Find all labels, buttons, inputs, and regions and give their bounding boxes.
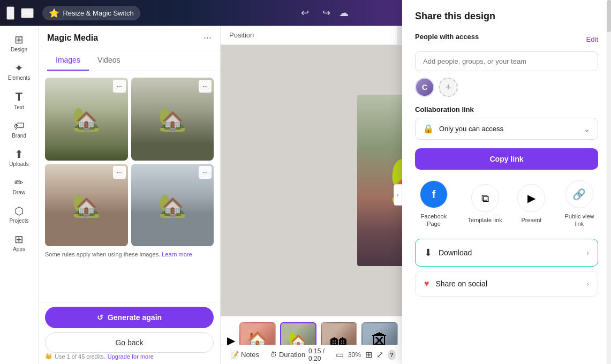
- fullscreen-button[interactable]: ⤢: [376, 350, 383, 360]
- list-item[interactable]: ···: [45, 164, 128, 247]
- projects-icon: ⬡: [14, 206, 24, 216]
- sidebar-brand-label: Brand: [12, 133, 26, 139]
- present-label: Present: [521, 216, 541, 224]
- menu-icon-button[interactable]: ≡: [6, 6, 14, 20]
- position-tab-area: Position: [221, 26, 397, 45]
- public-link-label: Public view link: [561, 213, 598, 228]
- share-icon-public-link[interactable]: 🔗 Public view link: [561, 180, 598, 228]
- image-menu-button[interactable]: ···: [199, 166, 212, 179]
- magic-media-panel: Magic Media ··· Images Videos ··· ··· ··…: [39, 26, 221, 364]
- collab-section-label: Collaboration link: [415, 105, 598, 113]
- goback-button[interactable]: Go back: [45, 332, 214, 353]
- zoom-display: 30%: [348, 351, 361, 359]
- credits-text: Use 1 of 45 credits.: [55, 353, 105, 360]
- panel-tabs: Images Videos: [39, 50, 220, 71]
- edit-access-link[interactable]: Edit: [586, 35, 598, 43]
- help-button[interactable]: ?: [388, 350, 396, 360]
- position-button[interactable]: Position: [229, 31, 254, 39]
- magic-switch-label: Resize & Magic Switch: [63, 9, 133, 17]
- add-person-button[interactable]: +: [439, 78, 458, 97]
- duration-icon: ⏱: [270, 351, 277, 359]
- sidebar-uploads-label: Uploads: [9, 161, 29, 168]
- image-menu-button[interactable]: ···: [113, 80, 126, 93]
- icon-sidebar: ⊞ Design ✦ Elements T Text 🏷 Brand ⬆ Upl…: [0, 26, 39, 364]
- copy-link-button[interactable]: Copy link: [415, 148, 598, 170]
- sidebar-elements-label: Elements: [8, 75, 31, 81]
- apps-icon: ⊞: [14, 234, 24, 245]
- access-text: Only you can access: [439, 125, 578, 133]
- sidebar-apps-label: Apps: [13, 246, 25, 253]
- collapse-panel-button[interactable]: ‹: [394, 184, 402, 206]
- screen-layout-button[interactable]: ▭: [336, 350, 344, 360]
- list-item[interactable]: ···: [131, 78, 214, 161]
- lock-icon: 🔒: [423, 124, 434, 134]
- chevron-down-icon: ⌄: [584, 125, 590, 133]
- list-item[interactable]: ···: [45, 78, 128, 161]
- share-scrollbar[interactable]: [607, 0, 611, 364]
- download-button[interactable]: ⬇ Download ›: [416, 239, 598, 266]
- notes-button[interactable]: 📝 Notes: [227, 348, 262, 361]
- list-item[interactable]: ···: [131, 164, 214, 247]
- magic-star-icon: ⭐: [49, 8, 59, 18]
- sidebar-design-label: Design: [11, 47, 27, 53]
- sidebar-item-projects[interactable]: ⬡ Projects: [2, 201, 36, 229]
- people-search-input[interactable]: [415, 51, 598, 71]
- generate-label: Generate again: [108, 313, 162, 322]
- image-menu-button[interactable]: ···: [113, 166, 126, 179]
- file-menu-button[interactable]: File: [21, 8, 34, 18]
- share-icon-facebook[interactable]: f Facebook Page: [415, 180, 452, 228]
- time-display: 0:15 / 0:20: [308, 347, 331, 362]
- sidebar-item-draw[interactable]: ✏ Draw: [2, 173, 36, 200]
- upgrade-link[interactable]: Upgrade for more: [108, 353, 154, 360]
- bottom-left-tools: 📝 Notes ⏱ Duration: [227, 348, 308, 361]
- magic-switch-button[interactable]: ⭐ Resize & Magic Switch: [42, 6, 140, 20]
- sidebar-draw-label: Draw: [13, 189, 25, 196]
- share-icon-present[interactable]: ▶ Present: [517, 184, 545, 224]
- learn-more-link[interactable]: Learn more: [162, 251, 192, 257]
- duration-button[interactable]: ⏱ Duration: [267, 348, 308, 361]
- text-icon: T: [16, 91, 22, 103]
- facebook-icon: f: [432, 188, 436, 201]
- design-icon: ⊞: [14, 34, 24, 45]
- share-icon-template[interactable]: ⧉ Template link: [468, 184, 502, 224]
- image-grid: ··· ··· ··· ···: [45, 78, 214, 246]
- present-icon: ▶: [527, 192, 535, 204]
- generate-icon: ↺: [97, 313, 103, 322]
- share-on-social-button[interactable]: ♥ Share on social ›: [416, 271, 598, 296]
- panel-footer: ↺ Generate again Go back 👑 Use 1 of 45 c…: [39, 302, 220, 364]
- image-menu-button[interactable]: ···: [199, 80, 212, 93]
- share-social-section: ♥ Share on social ›: [415, 271, 598, 297]
- sidebar-item-apps[interactable]: ⊞ Apps: [2, 230, 36, 257]
- access-dropdown[interactable]: 🔒 Only you can access ⌄: [415, 118, 598, 140]
- social-label: Share on social: [436, 279, 580, 288]
- elements-icon: ✦: [14, 63, 24, 73]
- panel-title: Magic Media: [47, 33, 98, 43]
- uploads-icon: ⬆: [14, 149, 24, 160]
- draw-icon: ✏: [14, 177, 24, 188]
- social-chevron-icon: ›: [586, 279, 589, 288]
- bottom-toolbar: 📝 Notes ⏱ Duration 0:15 / 0:20 ▭ 30% ⊞ ⤢…: [221, 345, 402, 364]
- notes-label: Notes: [241, 351, 259, 359]
- duration-label: Duration: [279, 351, 305, 359]
- sidebar-text-label: Text: [14, 104, 24, 111]
- sidebar-item-elements[interactable]: ✦ Elements: [2, 58, 36, 86]
- crown-icon: 👑: [45, 353, 52, 360]
- bottom-right-tools: 0:15 / 0:20 ▭ 30% ⊞ ⤢ ?: [308, 347, 396, 362]
- template-label: Template link: [468, 216, 502, 224]
- people-section-header: People with access Edit: [415, 33, 598, 46]
- sidebar-item-design[interactable]: ⊞ Design: [2, 30, 36, 57]
- tab-videos[interactable]: Videos: [89, 50, 129, 71]
- panel-header: Magic Media ···: [39, 26, 220, 50]
- grid-view-button[interactable]: ⊞: [365, 350, 372, 360]
- sidebar-item-text[interactable]: T Text: [2, 87, 36, 115]
- facebook-icon-circle: f: [420, 180, 448, 208]
- sidebar-item-brand[interactable]: 🏷 Brand: [2, 116, 36, 143]
- generate-button[interactable]: ↺ Generate again: [45, 307, 214, 328]
- tab-images[interactable]: Images: [47, 50, 89, 71]
- main-layout: ⊞ Design ✦ Elements T Text 🏷 Brand ⬆ Upl…: [0, 26, 611, 364]
- template-icon-circle: ⧉: [471, 184, 499, 212]
- undo-button[interactable]: ↩: [296, 4, 313, 21]
- panel-more-button[interactable]: ···: [203, 32, 212, 43]
- sidebar-item-uploads[interactable]: ⬆ Uploads: [2, 145, 36, 172]
- redo-button[interactable]: ↪: [318, 4, 335, 21]
